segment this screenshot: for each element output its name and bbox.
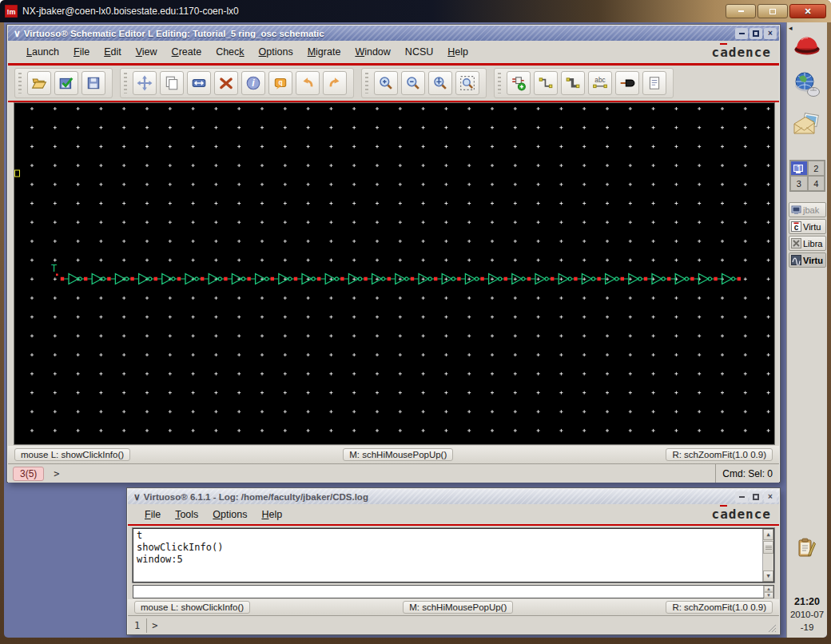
close-icon[interactable]: ✕ <box>789 4 826 18</box>
email-icon[interactable] <box>792 113 822 141</box>
zoom-pan-button[interactable] <box>428 71 452 95</box>
maximize-icon[interactable] <box>757 4 788 18</box>
check-and-save-button[interactable] <box>54 71 78 95</box>
toolbar-grip[interactable] <box>365 73 368 93</box>
applications-menu-redhat-icon[interactable] <box>792 32 822 61</box>
copy-button[interactable] <box>160 71 184 95</box>
schematic-menu-edit[interactable]: Edit <box>97 45 129 59</box>
minimize-icon[interactable] <box>735 28 748 39</box>
nx-app-icon: !m <box>5 5 18 18</box>
log-input-row: ▲ ▼ <box>133 585 774 598</box>
command-count-badge: 3(5) <box>13 467 44 481</box>
window-menu-icon[interactable]: ∨ <box>14 30 21 38</box>
net-label-T[interactable]: T <box>51 263 57 274</box>
stretch-button[interactable] <box>187 71 211 95</box>
create-wire-wide-button[interactable] <box>561 71 585 95</box>
log-output[interactable]: tshowClickInfo()window:5 ▲ ▼ <box>133 528 774 582</box>
toolbar-grip[interactable] <box>124 73 127 93</box>
cadence-accent-line <box>128 524 779 526</box>
panel-hide-arrow-icon[interactable]: ◂ <box>789 24 793 32</box>
redo-button[interactable] <box>323 71 347 95</box>
schematic-command-row: 3(5) > Cmd: Sel: 0 <box>8 463 779 483</box>
history-up-icon[interactable]: ▲ <box>764 586 773 592</box>
command-input[interactable] <box>162 616 767 634</box>
workspace-1[interactable]: 1 <box>790 161 808 176</box>
create-pin-button[interactable] <box>615 71 639 95</box>
create-wire-name-button[interactable]: abc <box>588 71 612 95</box>
save-button[interactable] <box>82 71 105 95</box>
maximize-icon[interactable] <box>749 491 762 503</box>
schematic-menu-window[interactable]: Window <box>348 45 397 59</box>
scrollbar-thumb[interactable] <box>763 541 773 554</box>
command-input[interactable] <box>65 464 716 483</box>
selection-count: Cmd: Sel: 0 <box>715 464 779 483</box>
svg-text:c: c <box>794 223 799 232</box>
schematic-menu-launch[interactable]: Launch <box>19 45 66 59</box>
log-menubar: FileToolsOptionsHelpcadence <box>128 504 779 524</box>
zoom-out-button[interactable] <box>401 71 425 95</box>
svg-text:i: i <box>252 78 255 89</box>
schematic-menu-check[interactable]: Check <box>209 45 251 59</box>
move-button[interactable] <box>133 71 157 95</box>
schematic-titlebar[interactable]: ∨ Virtuoso® Schematic Editor L Editing: … <box>8 26 779 41</box>
panel-clock[interactable]: 21:20 <box>787 596 827 607</box>
scroll-up-icon[interactable]: ▲ <box>763 529 773 540</box>
log-scrollbar[interactable]: ▲ ▼ <box>762 529 773 582</box>
close-icon[interactable]: × <box>764 28 777 39</box>
window-list-item-0[interactable]: jbak <box>789 202 826 217</box>
window-list-item-1[interactable]: cVirtu <box>789 219 826 234</box>
history-down-icon[interactable]: ▼ <box>764 592 773 598</box>
workspace-2[interactable]: 2 <box>808 161 825 176</box>
schematic-menu-file[interactable]: File <box>66 45 97 59</box>
open-folder-button[interactable] <box>27 71 51 95</box>
cadence-logo: cadence <box>712 507 779 522</box>
schematic-menu-ncsu[interactable]: NCSU <box>398 45 440 59</box>
toolbar-grip[interactable] <box>18 73 22 93</box>
log-menu-options[interactable]: Options <box>205 507 254 522</box>
gnome-panel: ◂ 1234 jbakcVirtuLibraVirtu 21:20 2010-0… <box>786 22 827 638</box>
remote-desktop[interactable]: ∨ Virtuoso® Schematic Editor L Editing: … <box>4 22 827 638</box>
log-menu-file[interactable]: File <box>137 507 168 522</box>
minimize-icon[interactable] <box>735 491 748 503</box>
schematic-canvas[interactable]: T <box>14 102 775 445</box>
window-menu-icon[interactable]: ∨ <box>133 493 141 501</box>
log-statusbar: mouse L: showClickInfo() M: schHiMousePo… <box>128 599 779 615</box>
create-wire-narrow-button[interactable] <box>534 71 558 95</box>
cadence-logo: cadence <box>712 45 779 60</box>
scroll-down-icon[interactable]: ▼ <box>763 570 773 582</box>
create-instance-button[interactable] <box>507 71 531 95</box>
log-menu-help[interactable]: Help <box>254 507 289 522</box>
clipboard-pen-icon[interactable] <box>797 538 817 562</box>
schematic-menu-view[interactable]: View <box>129 45 165 59</box>
log-titlebar[interactable]: ∨ Virtuoso® 6.1.1 - Log: /home/faculty/j… <box>128 489 779 504</box>
panel-date-line2[interactable]: -19 <box>787 622 827 632</box>
workspace-3[interactable]: 3 <box>790 176 808 191</box>
maximize-icon[interactable] <box>749 28 762 39</box>
undo-button[interactable] <box>296 71 320 95</box>
delete-button[interactable] <box>214 71 238 95</box>
schematic-menu-help[interactable]: Help <box>440 45 475 59</box>
zoom-in-button[interactable] <box>374 71 398 95</box>
schematic-menu-options[interactable]: Options <box>252 45 300 59</box>
close-icon[interactable]: × <box>764 491 777 503</box>
workspace-4[interactable]: 4 <box>808 176 825 191</box>
svg-text:abc: abc <box>594 76 605 84</box>
properties-button[interactable]: q <box>268 71 292 95</box>
zoom-fit-button[interactable] <box>455 71 479 95</box>
panel-date-line1[interactable]: 2010-07 <box>787 610 827 619</box>
web-browser-icon[interactable] <box>793 70 821 102</box>
schematic-menu-migrate[interactable]: Migrate <box>300 45 348 59</box>
create-note-button[interactable] <box>642 71 666 95</box>
schematic-menu-create[interactable]: Create <box>165 45 209 59</box>
minimize-icon[interactable] <box>726 4 756 18</box>
mouse-left-binding: mouse L: showClickInfo() <box>14 448 130 461</box>
nx-titlebar[interactable]: !m NX-jbaker@coen-lx0.boisestate.edu:117… <box>0 0 831 22</box>
window-list-item-3[interactable]: Virtu <box>789 252 826 268</box>
resize-grip[interactable] <box>767 623 777 633</box>
toolbar-grip[interactable] <box>498 73 501 93</box>
log-command-input[interactable] <box>133 586 763 598</box>
command-prompt: > <box>147 620 162 631</box>
window-list-item-2[interactable]: Libra <box>789 236 826 251</box>
log-menu-tools[interactable]: Tools <box>168 507 205 522</box>
info-button[interactable]: i <box>241 71 265 95</box>
